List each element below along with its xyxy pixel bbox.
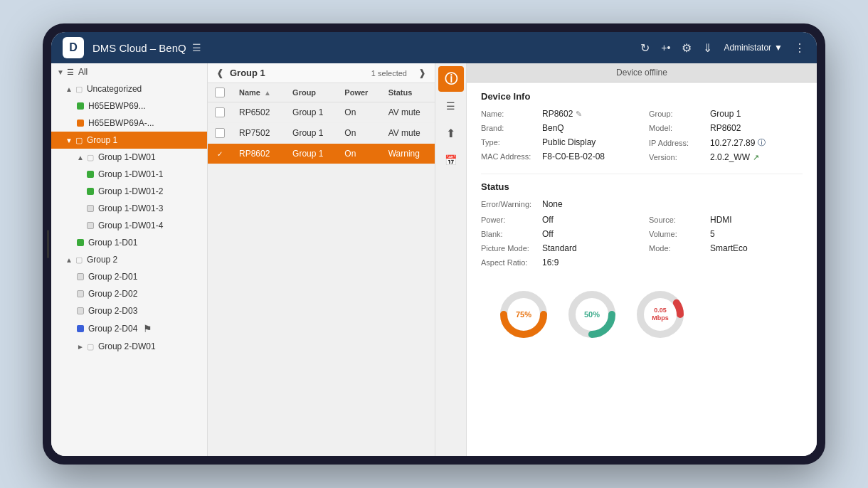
settings-icon[interactable]: ⚙ xyxy=(682,41,692,55)
donut-label-net: 0.05Mbps xyxy=(652,307,669,322)
col-status[interactable]: Status xyxy=(381,83,435,102)
expand-icon[interactable]: ❱ xyxy=(418,68,426,78)
row-checkbox-checked[interactable]: ✓ xyxy=(215,149,225,159)
menu-icon[interactable]: ☰ xyxy=(192,42,201,53)
ip-row: IP Address: 10.27.27.89 ⓘ xyxy=(649,137,803,148)
trend-icon[interactable]: ↗ xyxy=(753,153,759,162)
sidebar-item-group1[interactable]: ▼ ▢ Group 1 xyxy=(51,132,207,149)
sidebar-label: Group 2-D01 xyxy=(88,272,137,282)
sidebar-item-g2dw01[interactable]: ► ▢ Group 2-DW01 xyxy=(51,338,207,355)
sidebar-item-all[interactable]: ▼ ☰ All xyxy=(51,63,207,80)
sidebar-item-g1dw01-4[interactable]: Group 1-DW01-4 xyxy=(51,217,207,234)
folder-icon: ▢ xyxy=(87,153,94,162)
version-row: Version: 2.0.2_WW ↗ xyxy=(649,152,803,162)
green-dot-icon xyxy=(77,239,84,246)
donut-cpu: 75% xyxy=(495,286,552,343)
detail-info-col-left: Name: RP8602 ✎ Brand: BenQ xyxy=(481,109,635,162)
source-label: Source: xyxy=(649,216,706,224)
aspect-value: 16:9 xyxy=(542,258,559,267)
sort-arrow: ▲ xyxy=(264,89,271,97)
upload-icon: ⬆ xyxy=(446,127,455,140)
donut-net: 0.05Mbps xyxy=(632,286,689,343)
download-icon[interactable]: ⇓ xyxy=(703,41,712,55)
expand-arrow: ▲ xyxy=(65,85,73,93)
green-dot-icon xyxy=(77,102,84,110)
sidebar-item-uncategorized[interactable]: ▲ ▢ Uncategorized xyxy=(51,80,207,97)
sidebar-item-group1-dw01[interactable]: ▲ ▢ Group 1-DW01 xyxy=(51,149,207,166)
sidebar-item-group2[interactable]: ▲ ▢ Group 2 xyxy=(51,251,207,268)
select-all-checkbox[interactable] xyxy=(215,87,225,97)
sidebar-item-g1dw01-2[interactable]: Group 1-DW01-2 xyxy=(51,183,207,200)
mac-label: MAC Address: xyxy=(481,152,538,161)
sidebar-item-g2d02[interactable]: Group 2-D02 xyxy=(51,285,207,302)
table-row[interactable]: RP7502 Group 1 On AV mute xyxy=(208,123,435,144)
volume-value: 5 xyxy=(710,229,715,239)
chart-cpu: 75% xyxy=(495,286,552,343)
sidebar-label: Group 1-DW01 xyxy=(98,152,156,162)
ip-value: 10.27.27.89 ⓘ xyxy=(710,137,766,148)
sidebar-item-g1dw01-3[interactable]: Group 1-DW01-3 xyxy=(51,200,207,217)
group-title: Group 1 xyxy=(230,68,265,78)
device-status: Warning xyxy=(381,144,435,164)
empty-icon xyxy=(87,222,94,229)
device-table: Name ▲ Group Power Status xyxy=(208,83,435,164)
mode-row: Mode: SmartEco xyxy=(649,243,803,253)
sync-icon: ⚑ xyxy=(143,323,152,334)
table-row-selected[interactable]: ✓ RP8602 Group 1 On Warning xyxy=(208,144,435,164)
expand-arrow: ► xyxy=(77,343,84,351)
sidebar-item-g1dw01-1[interactable]: Group 1-DW01-1 xyxy=(51,166,207,183)
device-name: RP6502 xyxy=(232,102,285,123)
refresh-icon[interactable]: ↻ xyxy=(640,41,650,55)
mode-label: Mode: xyxy=(649,244,706,253)
ip-info-icon[interactable]: ⓘ xyxy=(758,137,766,148)
green-dot-icon xyxy=(87,171,94,178)
model-value: RP8602 xyxy=(710,123,741,133)
collapse-icon[interactable]: ❰ xyxy=(216,68,224,78)
brand-value: BenQ xyxy=(542,123,564,133)
device-status: AV mute xyxy=(381,102,435,123)
row-checkbox[interactable] xyxy=(215,107,225,117)
admin-menu[interactable]: Administator ▼ xyxy=(724,43,783,53)
col-group[interactable]: Group xyxy=(285,83,337,102)
add-icon[interactable]: +• xyxy=(661,42,670,53)
sidebar-item-g2d03[interactable]: Group 2-D03 xyxy=(51,302,207,319)
upload-action-button[interactable]: ⬆ xyxy=(438,120,464,146)
list-header: ❰ Group 1 1 selected ❱ xyxy=(208,63,435,83)
error-value: None xyxy=(542,199,563,209)
chevron-down-icon: ▼ xyxy=(774,43,783,53)
col-name[interactable]: Name ▲ xyxy=(232,83,285,102)
sidebar-item-g1d01[interactable]: Group 1-D01 xyxy=(51,234,207,251)
volume-label: Volume: xyxy=(649,230,706,238)
type-label: Type: xyxy=(481,138,538,147)
sidebar-label: Group 1-D01 xyxy=(88,238,137,248)
donut-mem: 50% xyxy=(563,286,620,343)
source-row: Source: HDMI xyxy=(649,215,803,225)
calendar-action-button[interactable]: 📅 xyxy=(438,147,464,173)
blank-row: Blank: Off xyxy=(481,229,635,239)
row-checkbox[interactable] xyxy=(215,128,225,138)
sidebar-item-g2d01[interactable]: Group 2-D01 xyxy=(51,268,207,285)
grid-icon[interactable]: ⋮ xyxy=(794,41,805,55)
name-label: Name: xyxy=(481,110,538,118)
sidebar-label: H65EBWP69A-... xyxy=(88,118,154,128)
error-label: Error/Warning: xyxy=(481,200,538,208)
picture-label: Picture Mode: xyxy=(481,244,538,253)
edit-icon[interactable]: ✎ xyxy=(576,110,582,119)
action-bar: ⓘ ☰ ⬆ 📅 xyxy=(435,63,467,456)
filter-action-button[interactable]: ☰ xyxy=(438,93,464,119)
detail-panel: Device offline Device Info Name: xyxy=(467,63,817,456)
sidebar-item-g2d04[interactable]: Group 2-D04 ⚑ xyxy=(51,319,207,338)
table-section: ❰ Group 1 1 selected ❱ xyxy=(208,63,435,456)
sidebar-item-h65-2[interactable]: H65EBWP69A-... xyxy=(51,115,207,132)
source-value: HDMI xyxy=(710,215,732,225)
chart-net: 0.05Mbps xyxy=(632,286,689,343)
table-row[interactable]: RP6502 Group 1 On AV mute xyxy=(208,102,435,123)
group-value: Group 1 xyxy=(710,109,741,119)
sidebar-item-h65-1[interactable]: H65EBWP69... xyxy=(51,97,207,115)
filter-icon: ☰ xyxy=(446,100,455,112)
device-power: On xyxy=(337,102,381,123)
sidebar-label: Group 1-DW01-3 xyxy=(98,203,163,213)
col-power[interactable]: Power xyxy=(337,83,381,102)
info-action-button[interactable]: ⓘ xyxy=(438,66,464,92)
nav-icons: ↻ +• ⚙ ⇓ Administator ▼ ⋮ xyxy=(640,41,805,55)
